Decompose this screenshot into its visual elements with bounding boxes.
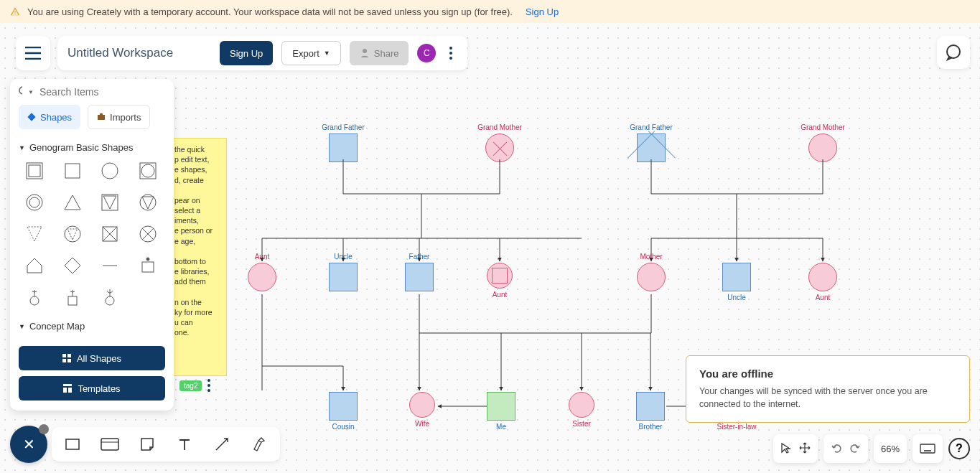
arrow-tool[interactable] — [208, 431, 235, 458]
notification-signup-link[interactable]: Sign Up — [526, 6, 559, 17]
svg-rect-22 — [68, 296, 77, 305]
text-tool[interactable] — [171, 431, 198, 458]
search-icon — [19, 86, 22, 98]
pen-tool[interactable] — [246, 431, 273, 458]
node-me[interactable]: Me — [480, 392, 523, 431]
shape-double-square[interactable] — [20, 159, 49, 183]
warning-icon — [10, 6, 20, 17]
chat-button[interactable] — [937, 36, 970, 69]
export-button[interactable]: Export▼ — [281, 41, 341, 65]
shape-triangle-circle[interactable] — [134, 190, 162, 215]
svg-rect-4 — [98, 115, 105, 120]
shape-circle-x[interactable] — [134, 222, 162, 246]
close-panel-button[interactable]: ✕ — [10, 426, 47, 463]
section-genogram[interactable]: ▼Genogram Basic Shapes — [19, 138, 165, 157]
chat-icon — [945, 44, 962, 61]
redo-button[interactable] — [849, 442, 861, 456]
more-menu-button[interactable] — [444, 47, 457, 60]
svg-point-21 — [30, 296, 39, 305]
node-brother[interactable]: Brother — [629, 392, 672, 431]
pan-tool[interactable] — [799, 442, 811, 456]
shape-double-circle[interactable] — [20, 190, 49, 215]
templates-button[interactable]: Templates — [19, 376, 165, 401]
svg-rect-29 — [63, 388, 67, 393]
svg-point-0 — [363, 49, 367, 53]
history-toolbar — [823, 434, 868, 463]
node-father[interactable]: Father — [398, 253, 441, 291]
node-sister[interactable]: Sister — [560, 392, 603, 428]
node-grandmother-2[interactable]: Grand Mother — [801, 123, 844, 162]
shape-dotted-triangle[interactable] — [20, 222, 49, 246]
template-icon — [63, 384, 72, 393]
shape-line[interactable] — [95, 253, 124, 278]
node-grandmother-1[interactable]: Grand Mother — [478, 123, 521, 162]
search-input[interactable] — [39, 86, 165, 98]
shape-triangle-box[interactable] — [95, 190, 124, 215]
shape-knot3[interactable] — [95, 285, 124, 309]
node-grandfather-2[interactable]: Grand Father — [630, 123, 673, 162]
hamburger-icon — [25, 47, 41, 60]
workspace-toolbar: Sign Up Export▼ Share C — [57, 36, 467, 70]
svg-rect-25 — [67, 354, 71, 357]
sticky-note[interactable]: the quick p edit text, e shapes, d, crea… — [169, 138, 227, 376]
shape-house[interactable] — [20, 253, 49, 278]
node-cousin[interactable]: Cousin — [322, 392, 365, 431]
caret-down-icon: ▼ — [324, 50, 330, 57]
shape-diamond[interactable] — [58, 253, 87, 278]
svg-rect-7 — [29, 165, 40, 177]
node-uncle-left[interactable]: Uncle — [322, 253, 365, 291]
diamond-icon — [27, 113, 36, 121]
menu-button[interactable] — [16, 36, 50, 70]
section-concept-map[interactable]: ▼Concept Map — [19, 317, 165, 336]
note-tool[interactable] — [134, 431, 161, 458]
shape-circle[interactable] — [95, 159, 124, 183]
shape-square-x[interactable] — [95, 222, 124, 246]
undo-button[interactable] — [831, 442, 842, 456]
signup-button[interactable]: Sign Up — [220, 41, 273, 65]
toast-body: Your changes will be synced with the ser… — [699, 385, 956, 411]
card-tool[interactable] — [96, 431, 123, 458]
shape-triangle[interactable] — [58, 190, 87, 215]
user-avatar[interactable]: C — [417, 44, 436, 62]
svg-rect-32 — [101, 439, 118, 450]
node-aunt-right[interactable]: Aunt — [801, 263, 844, 301]
node-wife[interactable]: Wife — [401, 392, 444, 428]
shapes-panel: ▼ Shapes Imports ▼Genogram Basic Shapes — [10, 79, 174, 411]
node-grandfather-1[interactable]: Grand Father — [322, 123, 365, 162]
pointer-tool[interactable] — [780, 442, 792, 456]
notification-bar: You are using Creately with a temporary … — [0, 0, 980, 23]
svg-point-11 — [141, 164, 154, 177]
keyboard-icon — [920, 444, 935, 454]
svg-rect-31 — [66, 439, 79, 449]
node-aunt-left[interactable]: Aunt — [241, 253, 284, 291]
svg-point-20 — [146, 258, 149, 261]
share-button[interactable]: Share — [350, 41, 409, 65]
shape-square-dot[interactable] — [134, 253, 162, 278]
tab-imports[interactable]: Imports — [88, 105, 150, 129]
shape-circle-circle[interactable] — [134, 159, 162, 183]
node-uncle-right[interactable]: Uncle — [715, 263, 758, 301]
sticky-tag[interactable]: tag2 — [179, 380, 202, 391]
svg-point-23 — [106, 296, 114, 305]
sticky-menu-icon[interactable] — [202, 379, 215, 392]
help-button[interactable]: ? — [948, 438, 970, 459]
zoom-level[interactable]: 66% — [874, 434, 907, 463]
badge-icon — [39, 424, 49, 434]
svg-point-2 — [19, 87, 22, 94]
shape-knot2[interactable] — [58, 285, 87, 309]
node-aunt-mid[interactable]: Aunt — [478, 263, 521, 299]
shape-knot1[interactable] — [20, 285, 49, 309]
shape-circle-dotted-tri[interactable] — [58, 222, 87, 246]
drawing-toolbar — [52, 427, 280, 462]
svg-point-13 — [29, 197, 39, 207]
tab-shapes[interactable]: Shapes — [19, 105, 80, 129]
node-mother[interactable]: Mother — [630, 253, 673, 291]
navigation-toolbar — [773, 434, 818, 463]
workspace-title-input[interactable] — [67, 46, 211, 60]
keyboard-button[interactable] — [913, 434, 943, 463]
rectangle-tool[interactable] — [59, 431, 86, 458]
svg-rect-3 — [27, 113, 35, 121]
all-shapes-button[interactable]: All Shapes — [19, 346, 165, 370]
caret-down-icon: ▼ — [28, 89, 34, 95]
shape-square[interactable] — [58, 159, 87, 183]
